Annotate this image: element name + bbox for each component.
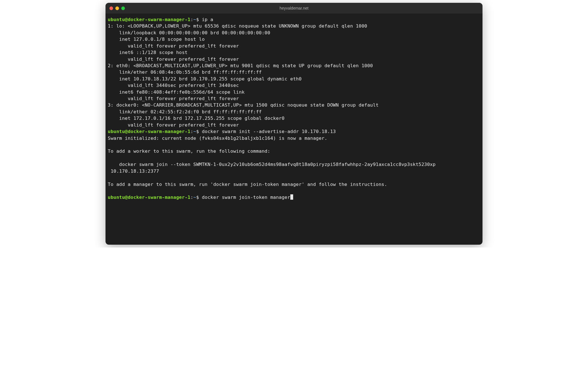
prompt-colon: : (190, 129, 193, 134)
output-line: inet6 ::1/128 scope host (108, 50, 190, 55)
prompt-at: @ (125, 17, 128, 22)
output-line: To add a manager to this swarm, run 'doc… (108, 182, 387, 187)
output-line: inet 127.0.0.1/8 scope host lo (108, 37, 205, 42)
prompt-colon: : (190, 195, 193, 200)
prompt-symbol: $ (196, 129, 199, 134)
prompt-user: ubuntu (108, 17, 125, 22)
output-line: docker swarm join --token SWMTKN-1-0ux2y… (108, 162, 436, 167)
prompt-colon: : (190, 17, 193, 22)
output-line: link/ether 06:08:4e:0b:55:6d brd ff:ff:f… (108, 69, 262, 75)
cursor-icon (290, 194, 293, 200)
output-line: valid_lft forever preferred_lft forever (108, 96, 239, 101)
output-line: 10.170.18.13:2377 (108, 168, 159, 174)
terminal-window: heyvaldemar.net ubuntu@docker-swarm-mana… (106, 3, 482, 245)
command-2: docker swarm init --advertise-addr 10.17… (199, 129, 336, 134)
prompt-symbol: $ (196, 195, 199, 200)
traffic-lights (109, 6, 125, 10)
prompt-host: docker-swarm-manager-1 (128, 195, 190, 200)
output-line: 1: lo: <LOOPBACK,UP,LOWER_UP> mtu 65536 … (108, 23, 367, 29)
window-title: heyvaldemar.net (280, 6, 309, 10)
prompt-host: docker-swarm-manager-1 (128, 129, 190, 134)
prompt-path: ~ (193, 195, 196, 200)
output-line: Swarm initialized: current node (fvks04s… (108, 136, 327, 141)
output-line: 3: docker0: <NO-CARRIER,BROADCAST,MULTIC… (108, 102, 381, 108)
output-line: valid_lft forever preferred_lft forever (108, 122, 239, 128)
output-line: link/ether 02:42:55:f2:2d:f0 brd ff:ff:f… (108, 109, 262, 114)
command-3: docker swarm join-token manager (199, 195, 290, 200)
output-line: valid_lft forever preferred_lft forever (108, 43, 239, 49)
prompt-at: @ (125, 129, 128, 134)
prompt-symbol: $ (196, 17, 199, 22)
output-line: To add a worker to this swarm, run the f… (108, 148, 270, 154)
output-line: valid_lft 3440sec preferred_lft 3440sec (108, 83, 239, 88)
terminal-body[interactable]: ubuntu@docker-swarm-manager-1:~$ ip a 1:… (106, 14, 482, 245)
prompt-at: @ (125, 195, 128, 200)
prompt-host: docker-swarm-manager-1 (128, 17, 190, 22)
command-1: ip a (199, 17, 213, 22)
output-line: inet 10.170.18.13/22 brd 10.170.19.255 s… (108, 76, 302, 82)
maximize-icon[interactable] (121, 6, 125, 10)
minimize-icon[interactable] (115, 6, 119, 10)
prompt-user: ubuntu (108, 129, 125, 134)
prompt-user: ubuntu (108, 195, 125, 200)
prompt-path: ~ (193, 17, 196, 22)
close-icon[interactable] (109, 6, 113, 10)
titlebar: heyvaldemar.net (106, 3, 482, 14)
output-line: valid_lft forever preferred_lft forever (108, 57, 239, 62)
prompt-path: ~ (193, 129, 196, 134)
output-line: 2: eth0: <BROADCAST,MULTICAST,UP,LOWER_U… (108, 63, 373, 68)
output-line: inet6 fe80::408:4eff:fe0b:556d/64 scope … (108, 89, 248, 95)
output-line: link/loopback 00:00:00:00:00:00 brd 00:0… (108, 30, 270, 35)
output-line: inet 172.17.0.1/16 brd 172.17.255.255 sc… (108, 116, 284, 121)
